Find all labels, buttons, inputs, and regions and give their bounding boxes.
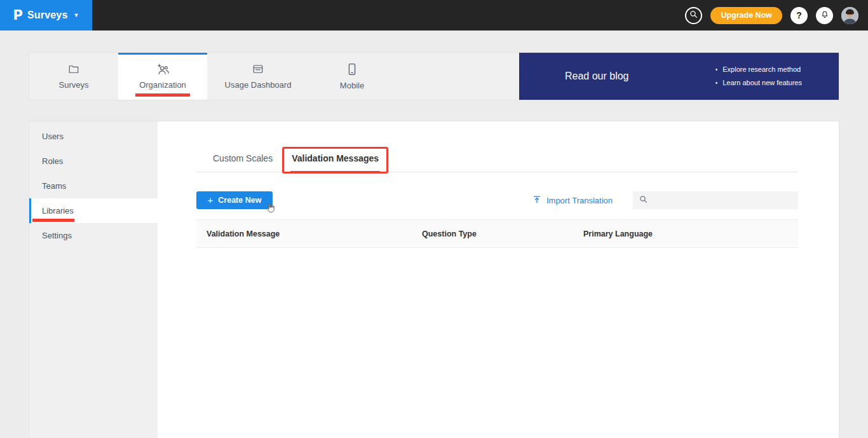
- user-avatar[interactable]: [841, 7, 858, 24]
- mobile-icon: [348, 63, 356, 78]
- blog-banner: Read our blog • Explore research method …: [519, 53, 839, 100]
- banner-bullet-text: Explore research method: [722, 63, 801, 76]
- search-icon: [639, 195, 648, 206]
- app-name: Surveys: [27, 10, 68, 21]
- nav-tab-mobile[interactable]: Mobile: [309, 53, 395, 100]
- search-button[interactable]: [685, 7, 702, 24]
- column-header-primary-language: Primary Language: [583, 229, 798, 238]
- banner-bullet-item: • Explore research method: [715, 63, 802, 76]
- nav-tab-label: Organization: [139, 80, 186, 90]
- column-header-validation-message: Validation Message: [196, 229, 422, 238]
- import-translation-link[interactable]: Import Translation: [532, 195, 613, 206]
- table-search: [633, 191, 798, 209]
- nav-tab-usage-dashboard[interactable]: Usage Dashboard: [207, 53, 309, 100]
- chevron-down-icon: ▼: [74, 12, 79, 18]
- questionpro-logo-icon: P: [13, 7, 23, 23]
- sidebar-item-settings[interactable]: Settings: [29, 223, 158, 248]
- annotation-underline-organization: [135, 93, 190, 97]
- topbar-actions: Upgrade Now ?: [685, 7, 868, 24]
- blog-banner-bullets: • Explore research method • Learn about …: [715, 63, 802, 90]
- upgrade-now-button[interactable]: Upgrade Now: [710, 7, 782, 24]
- primary-nav: Surveys Organization Usage Dashboard Mob…: [29, 52, 839, 100]
- import-icon: [532, 195, 541, 206]
- library-tabs: Custom Scales Validation Messages: [196, 147, 798, 172]
- tab-validation-messages[interactable]: Validation Messages: [290, 147, 380, 172]
- nav-tab-surveys[interactable]: Surveys: [29, 53, 118, 100]
- search-input[interactable]: [652, 195, 798, 206]
- sidebar-item-label: Teams: [42, 181, 66, 191]
- import-translation-label: Import Translation: [546, 196, 613, 205]
- blog-banner-title[interactable]: Read our blog: [565, 71, 629, 82]
- sidebar-item-label: Libraries: [42, 206, 74, 216]
- folder-icon: [67, 64, 80, 77]
- main-panel: Users Roles Teams Libraries Settings Cus…: [29, 121, 839, 438]
- sidebar-item-label: Roles: [42, 156, 63, 166]
- app-switcher[interactable]: P Surveys ▼: [0, 0, 92, 31]
- bullet-dot: •: [715, 76, 718, 90]
- banner-bullet-text: Learn about new features: [722, 76, 802, 90]
- nav-tab-label: Surveys: [59, 80, 89, 90]
- help-button[interactable]: ?: [790, 7, 808, 24]
- tab-label: Custom Scales: [213, 153, 273, 163]
- bell-icon: [820, 10, 829, 21]
- nav-tab-label: Usage Dashboard: [225, 80, 292, 90]
- question-mark-icon: ?: [796, 10, 802, 20]
- nav-tab-label: Mobile: [340, 81, 364, 90]
- avatar-image: [841, 7, 858, 24]
- search-icon: [689, 10, 698, 21]
- plus-icon: +: [208, 195, 214, 205]
- tab-custom-scales[interactable]: Custom Scales: [212, 147, 274, 172]
- create-new-button[interactable]: + Create New: [196, 191, 273, 209]
- sidebar-item-roles[interactable]: Roles: [29, 149, 158, 174]
- sidebar-item-teams[interactable]: Teams: [29, 174, 158, 198]
- settings-sidebar: Users Roles Teams Libraries Settings: [29, 121, 158, 438]
- validation-table-header: Validation Message Question Type Primary…: [196, 219, 798, 248]
- sidebar-item-libraries[interactable]: Libraries: [29, 198, 158, 223]
- sidebar-item-label: Users: [42, 132, 64, 141]
- create-new-label: Create New: [218, 196, 261, 205]
- banner-bullet-item: • Learn about new features: [715, 76, 802, 90]
- column-header-question-type: Question Type: [422, 229, 583, 238]
- libraries-content: Custom Scales Validation Messages + Crea…: [158, 121, 839, 438]
- tab-label: Validation Messages: [292, 153, 379, 163]
- dashboard-icon: [252, 64, 264, 77]
- nav-tab-organization[interactable]: Organization: [118, 53, 207, 100]
- add-people-icon: [156, 64, 170, 77]
- sidebar-item-label: Settings: [42, 231, 72, 240]
- notifications-button[interactable]: [816, 7, 833, 24]
- topbar: P Surveys ▼ Upgrade Now ?: [0, 0, 868, 31]
- sidebar-item-users[interactable]: Users: [29, 124, 158, 149]
- toolbar: + Create New Import Translation: [196, 191, 798, 209]
- bullet-dot: •: [715, 63, 718, 76]
- annotation-underline-libraries: [32, 219, 74, 222]
